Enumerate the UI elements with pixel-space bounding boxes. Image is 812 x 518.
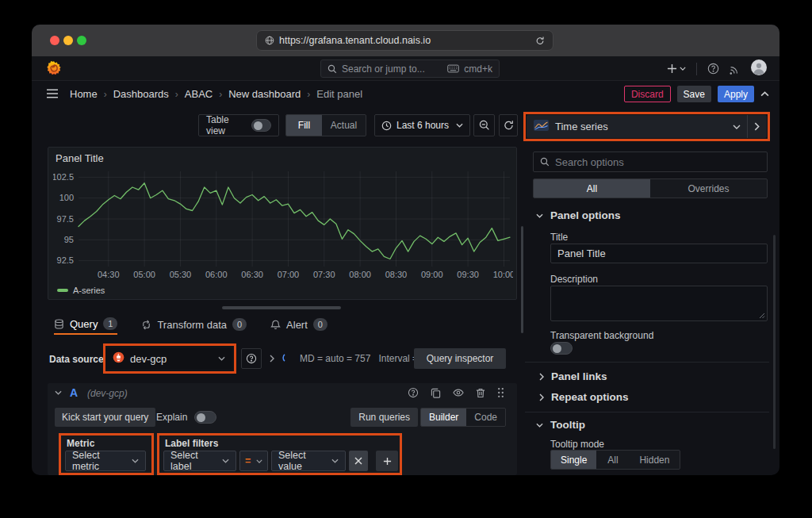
breadcrumb-dashboards[interactable]: Dashboards [113,88,169,100]
breadcrumb-folder[interactable]: ABAC [185,88,213,100]
reload-icon[interactable] [535,36,545,46]
legend-color-chip [57,289,68,292]
news-rss-icon[interactable] [730,63,741,75]
chevron-up-icon[interactable] [760,91,769,97]
datasource-picker[interactable]: dev-gcp [106,348,232,369]
panel-title-input[interactable] [550,244,768,263]
zoom-out-button[interactable] [473,114,495,136]
run-queries-button[interactable]: Run queries [350,408,418,427]
tooltip-all-option[interactable]: All [596,451,629,469]
resize-drag-handle[interactable] [222,306,341,309]
options-search-input[interactable]: Search options [533,152,768,172]
tab-overrides[interactable]: Overrides [650,179,767,198]
add-filter-button[interactable] [376,451,398,471]
repeat-options-section-header[interactable]: Repeat options [539,391,629,403]
screenshot-stage: https://grafana.tenant.cloud.nais.io [0,0,812,518]
search-input[interactable]: Search or jump to... cmd+k [320,59,500,78]
tab-query-badge: 1 [103,317,117,330]
refresh-button[interactable] [499,114,518,136]
apply-button[interactable]: Apply [718,86,754,102]
panel-description-textarea[interactable] [550,286,768,321]
tab-query[interactable]: Query 1 [54,316,117,335]
menu-hamburger-icon[interactable] [46,88,59,99]
database-icon [54,319,64,329]
tooltip-hidden-option[interactable]: Hidden [630,451,680,469]
label-filters-label: Label filters [165,438,218,449]
tab-all[interactable]: All [534,179,650,198]
sidebar-scrollbar[interactable] [773,235,776,449]
user-avatar[interactable] [751,59,767,79]
help-icon[interactable] [707,63,719,75]
discard-button[interactable]: Discard [624,86,671,102]
time-range-picker[interactable]: Last 6 hours [374,114,470,136]
tab-alert[interactable]: Alert 0 [270,316,327,335]
svg-text:10:00: 10:00 [493,270,513,279]
duplicate-query-icon[interactable] [431,388,441,398]
tooltip-single-option[interactable]: Single [551,451,596,469]
datasource-help-button[interactable] [241,348,262,369]
operator-select[interactable]: = [239,451,268,471]
options-tabs: All Overrides [533,178,768,198]
delete-query-trash-icon[interactable] [476,388,485,398]
datasource-value: dev-gcp [130,353,167,365]
panel-options-section-header[interactable]: Panel options [536,209,621,221]
visualization-picker[interactable]: Time series [527,115,767,138]
main-pane-scrollbar[interactable] [521,226,523,333]
drag-grip-icon[interactable] [497,387,504,398]
code-option[interactable]: Code [466,409,505,426]
query-inspector-button[interactable]: Query inspector [414,348,506,369]
svg-text:05:00: 05:00 [133,270,155,279]
chevron-down-icon [456,123,463,128]
repeat-options-header-label: Repeat options [551,391,629,403]
label-select[interactable]: Select label [163,451,236,471]
tab-transform-data[interactable]: Transform data 0 [141,316,247,335]
chart-legend[interactable]: A-series [57,286,105,295]
remove-filter-button[interactable] [349,451,368,471]
tooltip-header-label: Tooltip [550,419,585,431]
builder-option[interactable]: Builder [421,409,466,426]
dashboard-panel[interactable]: Panel Title 92.59597.5100102.504:3005:00… [48,147,517,300]
search-placeholder: Search or jump to... [342,63,442,75]
close-window-button[interactable] [50,36,59,45]
value-select[interactable]: Select value [271,451,346,471]
query-help-icon[interactable] [408,387,419,398]
query-options-summary[interactable]: MD = auto = 757 Interval = 30s [270,348,436,369]
table-view-label: Table view [206,114,245,136]
add-menu-button[interactable] [667,63,686,74]
tooltip-section-header[interactable]: Tooltip [536,419,585,431]
svg-text:92.5: 92.5 [57,255,74,265]
breadcrumb-dashboard[interactable]: New dashboard [228,88,301,100]
svg-text:06:30: 06:30 [241,270,263,279]
panel-links-section-header[interactable]: Panel links [539,370,607,382]
metric-placeholder: Select metric [72,450,127,472]
fill-option[interactable]: Fill [286,115,322,136]
timeseries-plot: 92.59597.5100102.504:3005:0005:3006:0006… [53,168,513,284]
tab-alert-badge: 0 [313,318,327,331]
explain-toggle[interactable] [194,411,216,424]
svg-text:97.5: 97.5 [57,214,74,224]
breadcrumb-home[interactable]: Home [70,88,98,100]
bell-icon [270,320,281,330]
svg-text:102.5: 102.5 [53,172,74,182]
metric-select[interactable]: Select metric [65,451,146,471]
kick-start-query-button[interactable]: Kick start your query [55,408,155,427]
timeseries-viz-icon [534,120,549,134]
save-button[interactable]: Save [677,86,711,102]
panel-title: Panel Title [56,152,104,164]
hide-query-eye-icon[interactable] [453,388,464,397]
query-ref-id[interactable]: A [70,386,78,399]
actual-option[interactable]: Actual [322,115,366,136]
table-view-toggle[interactable] [251,119,271,132]
panel-options-header-label: Panel options [550,209,621,221]
tooltip-mode-switch: Single All Hidden [550,450,680,470]
address-bar[interactable]: https://grafana.tenant.cloud.nais.io [256,30,553,51]
grafana-logo[interactable] [46,60,62,79]
grafana-topnav: Search or jump to... cmd+k [32,56,779,81]
svg-text:08:00: 08:00 [349,270,371,279]
maximize-window-button[interactable] [77,36,86,45]
collapse-query-chevron-icon[interactable] [55,390,62,395]
chevron-down-icon [222,459,229,463]
transparent-background-toggle[interactable] [550,342,573,355]
collapse-pane-chevron-right-icon[interactable] [754,122,760,131]
minimize-window-button[interactable] [63,36,73,45]
